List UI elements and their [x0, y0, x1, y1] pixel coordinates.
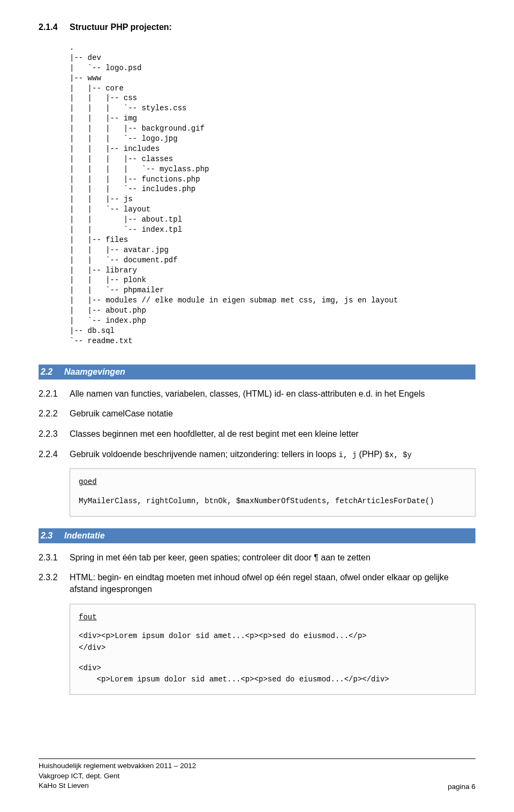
page-footer: Huishoudelijk reglement webvakken 2011 –… — [39, 758, 475, 791]
heading-number: 2.1.4 — [39, 22, 58, 32]
footer-line-1: Huishoudelijk reglement webvakken 2011 –… — [39, 761, 196, 771]
item-number: 2.3.1 — [39, 552, 70, 564]
inline-code: i, j — [339, 451, 357, 459]
heading-214: 2.1.4 Structuur PHP projecten: — [39, 22, 475, 32]
codebox-block-2: <div> <p>Lorem ipsum dolor sid amet...<p… — [79, 663, 466, 686]
item-224: 2.2.4 Gebruik voldoende beschrijvende na… — [39, 449, 475, 460]
item-221: 2.2.1 Alle namen van functies, variabele… — [39, 388, 475, 400]
section-bar-number: 2.3 — [39, 531, 64, 541]
item-231: 2.3.1 Spring in met één tab per keer, ge… — [39, 552, 475, 564]
section-bar-23: 2.3 Indentatie — [39, 528, 475, 543]
section-bar-22: 2.2 Naamgevingen — [39, 365, 475, 380]
item-text: Gebruik camelCase notatie — [70, 408, 475, 420]
codebox-label: fout — [79, 612, 466, 624]
item-text: Classes beginnen met een hoofdletter, al… — [70, 428, 475, 440]
footer-line-2: Vakgroep ICT, dept. Gent — [39, 771, 196, 781]
document-page: 2.1.4 Structuur PHP projecten: . |-- dev… — [0, 0, 514, 812]
item-text-mid: (PHP) — [357, 450, 384, 459]
section-bar-title: Indentatie — [64, 531, 105, 541]
section-bar-title: Naamgevingen — [64, 367, 125, 377]
footer-page-number: pagina 6 — [448, 783, 475, 791]
codebox-body: MyMailerClass, rightColumn, btnOk, $maxN… — [79, 496, 466, 507]
codebox-goed: goed MyMailerClass, rightColumn, btnOk, … — [70, 468, 475, 516]
item-223: 2.2.3 Classes beginnen met een hoofdlett… — [39, 428, 475, 440]
item-number: 2.2.1 — [39, 388, 70, 400]
footer-left: Huishoudelijk reglement webvakken 2011 –… — [39, 761, 196, 791]
section-bar-number: 2.2 — [39, 367, 64, 377]
item-232: 2.3.2 HTML: begin- en eindtag moeten met… — [39, 572, 475, 595]
directory-tree: . |-- dev | `-- logo.psd |-- www | |-- c… — [70, 43, 475, 346]
item-222: 2.2.2 Gebruik camelCase notatie — [39, 408, 475, 420]
codebox-fout: fout <div><p>Lorem ipsum dolor sid amet.… — [70, 604, 475, 695]
item-text: Alle namen van functies, variabelen, cla… — [70, 388, 475, 400]
item-number: 2.2.2 — [39, 408, 70, 420]
item-number: 2.2.4 — [39, 449, 70, 460]
item-number: 2.2.3 — [39, 428, 70, 440]
item-text: Spring in met één tab per keer, geen spa… — [70, 552, 475, 564]
inline-code: $x, $y — [385, 451, 412, 459]
item-number: 2.3.2 — [39, 572, 70, 595]
codebox-block-1: <div><p>Lorem ipsum dolor sid amet...<p>… — [79, 631, 466, 654]
item-text: Gebruik voldoende beschrijvende namen; u… — [70, 449, 475, 460]
codebox-label: goed — [79, 476, 466, 488]
heading-text: Structuur PHP projecten: — [70, 22, 172, 32]
footer-line-3: KaHo St Lieven — [39, 781, 196, 791]
item-text-pre: Gebruik voldoende beschrijvende namen; u… — [70, 450, 339, 459]
item-text: HTML: begin- en eindtag moeten met inhou… — [70, 572, 475, 595]
